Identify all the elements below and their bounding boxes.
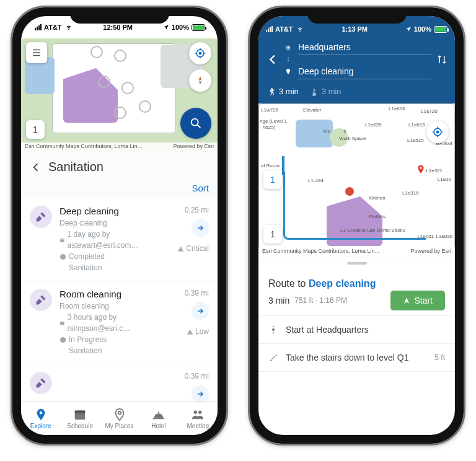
direction-step[interactable]: Take the stairs down to level Q1 5 ft (258, 344, 455, 372)
pin-icon (34, 408, 48, 421)
list-title: Sanitation (48, 160, 209, 174)
wifi-icon (296, 26, 304, 32)
go-button[interactable] (192, 302, 209, 320)
sort-button[interactable]: Sort (21, 178, 218, 198)
swap-icon[interactable] (436, 54, 447, 65)
phone-left: AT&T 12:50 PM 100% (12, 7, 226, 444)
tab-explore[interactable]: Explore (21, 402, 60, 435)
locate-button[interactable] (189, 42, 211, 64)
svg-point-18 (314, 88, 315, 89)
from-field[interactable]: Headquarters (298, 40, 431, 55)
svg-rect-9 (75, 411, 86, 414)
destination-pin-icon (415, 164, 426, 175)
map-label: Kitchen (369, 195, 386, 201)
svg-point-21 (436, 131, 438, 133)
back-icon[interactable] (266, 53, 280, 66)
location-arrow-icon (163, 24, 169, 30)
notch (307, 7, 407, 24)
nav-arrow-icon (403, 297, 410, 304)
search-button[interactable] (180, 108, 211, 139)
map-label: L1e625 (365, 122, 382, 128)
map-attribution: Esri Community Maps Contributors, Loma L… (21, 143, 218, 152)
map-label: L1e321 (426, 168, 443, 173)
menu-button[interactable] (26, 42, 47, 63)
floor-chip[interactable]: 1 (263, 225, 282, 244)
to-field[interactable]: Deep cleaning (298, 64, 431, 79)
back-icon[interactable] (30, 161, 42, 173)
search-icon (189, 116, 203, 130)
map-label: nge (Level 1 (260, 118, 287, 124)
origin-dot-icon (284, 44, 292, 51)
step-dist: 5 ft (434, 353, 445, 362)
mode-walk[interactable]: 3 min (267, 87, 299, 96)
compass-button[interactable] (189, 69, 211, 92)
map-label: al Room (261, 163, 280, 169)
start-button[interactable]: Start (390, 291, 445, 310)
floor-chip[interactable]: 1 (26, 120, 45, 139)
map-label: L1e315 (402, 190, 419, 196)
broom-icon (30, 289, 52, 311)
tab-hotel[interactable]: Hotel (139, 402, 178, 435)
battery-icon (192, 24, 205, 31)
arrow-right-icon (196, 390, 205, 398)
tab-label: Schedule (67, 423, 93, 429)
tab-myplaces[interactable]: My Places (100, 402, 139, 435)
svg-point-13 (194, 411, 198, 415)
arrow-right-icon (196, 224, 205, 232)
notch (70, 7, 169, 24)
floor-chip[interactable]: 1 (263, 170, 282, 189)
map-label: L1e615 (408, 122, 425, 128)
svg-point-4 (60, 253, 66, 259)
locate-button[interactable] (426, 121, 449, 143)
svg-rect-5 (60, 321, 64, 325)
mode-access-time: 3 min (322, 87, 342, 96)
item-status: In Progress (69, 334, 107, 345)
broom-icon (30, 372, 52, 394)
map-view[interactable]: 1 Esri Community Maps Contributors, Loma… (21, 38, 218, 152)
warning-icon (187, 328, 193, 335)
carrier-label: AT&T (44, 24, 62, 31)
tab-meeting[interactable]: Meeting (178, 402, 218, 435)
signal-icon (35, 24, 42, 30)
item-distance: 0.39 mi (185, 289, 209, 297)
dest-pin-icon (284, 68, 292, 76)
direction-step[interactable]: Start at Headquarters (258, 316, 455, 344)
list-item[interactable]: 0.39 mi (21, 364, 218, 402)
arrow-right-icon (196, 307, 205, 315)
credit-left: Esri Community Maps Contributors, Loma L… (262, 248, 381, 257)
svg-point-6 (60, 336, 66, 342)
go-button[interactable] (192, 219, 209, 237)
svg-point-10 (118, 411, 121, 415)
carrier-label: AT&T (275, 25, 293, 33)
list-item[interactable]: Room cleaning Room cleaning 3 hours ago … (21, 281, 218, 364)
svg-rect-12 (158, 411, 159, 413)
map-label: - #625) (260, 125, 275, 130)
item-title: Deep cleaning (60, 206, 158, 216)
wifi-icon (64, 24, 73, 30)
pin-outline-icon (113, 408, 126, 421)
route-duration: 3 min (268, 296, 289, 305)
map-attribution: Esri Community Maps Contributors, Loma L… (258, 247, 455, 257)
battery-pct: 100% (172, 24, 189, 31)
item-distance: 0.39 mi (185, 372, 209, 380)
route-dest: Deep cleaning (309, 278, 376, 289)
people-icon (191, 408, 205, 421)
route-eta: 1:16 PM (319, 296, 347, 305)
go-button[interactable] (192, 385, 209, 402)
item-distance: 0.25 mi (185, 206, 209, 214)
bell-icon (152, 408, 165, 421)
map-label: Plotters (369, 214, 386, 219)
map-view[interactable]: L1w725 Elevator L1e616 L1e720 L1e615 L1e… (258, 103, 455, 257)
tab-label: My Places (105, 423, 133, 429)
mode-accessible[interactable]: 3 min (310, 87, 342, 96)
signal-icon (266, 26, 273, 32)
tag-icon (60, 348, 66, 354)
drag-handle[interactable] (258, 257, 455, 270)
map-label: L1e10 (438, 177, 451, 182)
map-label: Elevator (303, 107, 321, 113)
tab-label: Meeting (187, 423, 209, 429)
tab-label: Hotel (151, 423, 165, 429)
item-sub: Deep cleaning (60, 217, 158, 229)
list-item[interactable]: Deep cleaning Deep cleaning 1 day ago by… (21, 198, 218, 281)
tab-schedule[interactable]: Schedule (60, 402, 99, 435)
